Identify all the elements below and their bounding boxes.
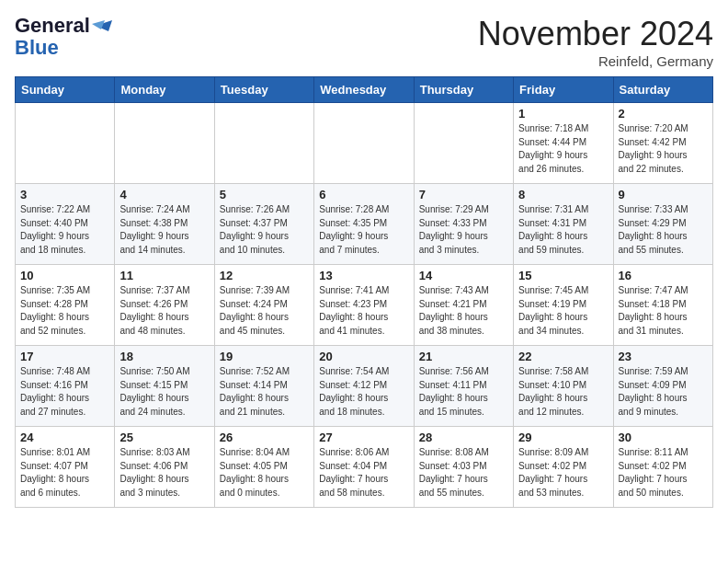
day-info: Sunrise: 7:43 AM Sunset: 4:21 PM Dayligh…: [419, 284, 508, 338]
day-cell-14: 14Sunrise: 7:43 AM Sunset: 4:21 PM Dayli…: [414, 265, 513, 346]
location: Reinfeld, Germany: [478, 53, 713, 69]
day-info: Sunrise: 7:58 AM Sunset: 4:10 PM Dayligh…: [518, 365, 608, 419]
day-cell-25: 25Sunrise: 8:03 AM Sunset: 4:06 PM Dayli…: [115, 427, 214, 508]
week-row-4: 17Sunrise: 7:48 AM Sunset: 4:16 PM Dayli…: [16, 346, 713, 427]
day-number: 9: [619, 188, 708, 201]
calendar-table: SundayMondayTuesdayWednesdayThursdayFrid…: [15, 76, 713, 508]
day-cell-23: 23Sunrise: 7:59 AM Sunset: 4:09 PM Dayli…: [613, 346, 712, 427]
day-info: Sunrise: 7:33 AM Sunset: 4:29 PM Dayligh…: [619, 203, 708, 257]
day-info: Sunrise: 8:06 AM Sunset: 4:04 PM Dayligh…: [319, 446, 408, 500]
day-number: 12: [220, 269, 309, 282]
weekday-header-sunday: Sunday: [16, 77, 115, 103]
day-cell-4: 4Sunrise: 7:24 AM Sunset: 4:38 PM Daylig…: [115, 184, 214, 265]
day-cell-28: 28Sunrise: 8:08 AM Sunset: 4:03 PM Dayli…: [414, 427, 513, 508]
day-number: 26: [220, 431, 309, 444]
day-info: Sunrise: 7:56 AM Sunset: 4:11 PM Dayligh…: [419, 365, 508, 419]
day-cell-9: 9Sunrise: 7:33 AM Sunset: 4:29 PM Daylig…: [613, 184, 712, 265]
day-info: Sunrise: 7:54 AM Sunset: 4:12 PM Dayligh…: [319, 365, 408, 419]
weekday-header-tuesday: Tuesday: [214, 77, 313, 103]
day-cell-6: 6Sunrise: 7:28 AM Sunset: 4:35 PM Daylig…: [314, 184, 414, 265]
day-info: Sunrise: 8:03 AM Sunset: 4:06 PM Dayligh…: [119, 446, 209, 500]
day-cell-5: 5Sunrise: 7:26 AM Sunset: 4:37 PM Daylig…: [214, 184, 313, 265]
day-cell-3: 3Sunrise: 7:22 AM Sunset: 4:40 PM Daylig…: [16, 184, 115, 265]
week-row-2: 3Sunrise: 7:22 AM Sunset: 4:40 PM Daylig…: [16, 184, 713, 265]
day-number: 23: [619, 350, 708, 363]
day-cell-17: 17Sunrise: 7:48 AM Sunset: 4:16 PM Dayli…: [16, 346, 115, 427]
day-cell-12: 12Sunrise: 7:39 AM Sunset: 4:24 PM Dayli…: [214, 265, 313, 346]
day-info: Sunrise: 7:37 AM Sunset: 4:26 PM Dayligh…: [119, 284, 209, 338]
day-cell-10: 10Sunrise: 7:35 AM Sunset: 4:28 PM Dayli…: [16, 265, 115, 346]
day-cell-15: 15Sunrise: 7:45 AM Sunset: 4:19 PM Dayli…: [514, 265, 613, 346]
day-number: 8: [518, 188, 608, 201]
empty-cell: [16, 103, 115, 184]
day-cell-13: 13Sunrise: 7:41 AM Sunset: 4:23 PM Dayli…: [314, 265, 414, 346]
day-info: Sunrise: 8:09 AM Sunset: 4:02 PM Dayligh…: [518, 446, 608, 500]
day-info: Sunrise: 7:50 AM Sunset: 4:15 PM Dayligh…: [119, 365, 209, 419]
day-info: Sunrise: 8:04 AM Sunset: 4:05 PM Dayligh…: [220, 446, 309, 500]
day-info: Sunrise: 7:48 AM Sunset: 4:16 PM Dayligh…: [20, 365, 109, 419]
day-number: 22: [518, 350, 608, 363]
day-cell-24: 24Sunrise: 8:01 AM Sunset: 4:07 PM Dayli…: [16, 427, 115, 508]
day-info: Sunrise: 8:01 AM Sunset: 4:07 PM Dayligh…: [20, 446, 109, 500]
month-title: November 2024: [478, 15, 713, 53]
empty-cell: [314, 103, 414, 184]
logo-general: General: [15, 15, 90, 37]
title-area: November 2024 Reinfeld, Germany: [478, 15, 713, 69]
empty-cell: [115, 103, 214, 184]
day-cell-21: 21Sunrise: 7:56 AM Sunset: 4:11 PM Dayli…: [414, 346, 513, 427]
day-info: Sunrise: 7:24 AM Sunset: 4:38 PM Dayligh…: [119, 203, 209, 257]
day-number: 30: [619, 431, 708, 444]
day-number: 3: [20, 188, 109, 201]
day-info: Sunrise: 7:41 AM Sunset: 4:23 PM Dayligh…: [319, 284, 408, 338]
day-number: 18: [119, 350, 209, 363]
logo: General Blue: [15, 15, 112, 59]
day-number: 4: [119, 188, 209, 201]
day-info: Sunrise: 7:18 AM Sunset: 4:44 PM Dayligh…: [518, 122, 608, 176]
day-info: Sunrise: 8:11 AM Sunset: 4:02 PM Dayligh…: [619, 446, 708, 500]
day-cell-26: 26Sunrise: 8:04 AM Sunset: 4:05 PM Dayli…: [214, 427, 313, 508]
week-row-1: 1Sunrise: 7:18 AM Sunset: 4:44 PM Daylig…: [16, 103, 713, 184]
day-number: 16: [619, 269, 708, 282]
day-number: 10: [20, 269, 109, 282]
day-number: 19: [220, 350, 309, 363]
day-info: Sunrise: 7:52 AM Sunset: 4:14 PM Dayligh…: [220, 365, 309, 419]
day-cell-2: 2Sunrise: 7:20 AM Sunset: 4:42 PM Daylig…: [613, 103, 712, 184]
day-number: 14: [419, 269, 508, 282]
day-info: Sunrise: 7:35 AM Sunset: 4:28 PM Dayligh…: [20, 284, 109, 338]
week-row-3: 10Sunrise: 7:35 AM Sunset: 4:28 PM Dayli…: [16, 265, 713, 346]
day-info: Sunrise: 7:28 AM Sunset: 4:35 PM Dayligh…: [319, 203, 408, 257]
day-cell-18: 18Sunrise: 7:50 AM Sunset: 4:15 PM Dayli…: [115, 346, 214, 427]
day-info: Sunrise: 7:39 AM Sunset: 4:24 PM Dayligh…: [220, 284, 309, 338]
day-number: 24: [20, 431, 109, 444]
header: General Blue November 2024 Reinfeld, Ger…: [15, 15, 713, 69]
weekday-header-wednesday: Wednesday: [314, 77, 414, 103]
weekday-header-friday: Friday: [514, 77, 613, 103]
day-cell-22: 22Sunrise: 7:58 AM Sunset: 4:10 PM Dayli…: [514, 346, 613, 427]
day-number: 20: [319, 350, 408, 363]
empty-cell: [214, 103, 313, 184]
weekday-header-row: SundayMondayTuesdayWednesdayThursdayFrid…: [16, 77, 713, 103]
weekday-header-thursday: Thursday: [414, 77, 513, 103]
day-cell-8: 8Sunrise: 7:31 AM Sunset: 4:31 PM Daylig…: [514, 184, 613, 265]
day-cell-11: 11Sunrise: 7:37 AM Sunset: 4:26 PM Dayli…: [115, 265, 214, 346]
day-number: 17: [20, 350, 109, 363]
day-info: Sunrise: 7:26 AM Sunset: 4:37 PM Dayligh…: [220, 203, 309, 257]
day-info: Sunrise: 7:20 AM Sunset: 4:42 PM Dayligh…: [619, 122, 708, 176]
day-cell-29: 29Sunrise: 8:09 AM Sunset: 4:02 PM Dayli…: [514, 427, 613, 508]
empty-cell: [414, 103, 513, 184]
logo-bird-icon: [92, 17, 112, 35]
day-number: 21: [419, 350, 508, 363]
day-number: 6: [319, 188, 408, 201]
day-cell-7: 7Sunrise: 7:29 AM Sunset: 4:33 PM Daylig…: [414, 184, 513, 265]
day-number: 5: [220, 188, 309, 201]
day-info: Sunrise: 7:47 AM Sunset: 4:18 PM Dayligh…: [619, 284, 708, 338]
day-info: Sunrise: 7:22 AM Sunset: 4:40 PM Dayligh…: [20, 203, 109, 257]
day-info: Sunrise: 7:31 AM Sunset: 4:31 PM Dayligh…: [518, 203, 608, 257]
day-info: Sunrise: 7:59 AM Sunset: 4:09 PM Dayligh…: [619, 365, 708, 419]
day-info: Sunrise: 8:08 AM Sunset: 4:03 PM Dayligh…: [419, 446, 508, 500]
day-cell-20: 20Sunrise: 7:54 AM Sunset: 4:12 PM Dayli…: [314, 346, 414, 427]
day-info: Sunrise: 7:29 AM Sunset: 4:33 PM Dayligh…: [419, 203, 508, 257]
day-number: 11: [119, 269, 209, 282]
day-cell-30: 30Sunrise: 8:11 AM Sunset: 4:02 PM Dayli…: [613, 427, 712, 508]
day-number: 25: [119, 431, 209, 444]
